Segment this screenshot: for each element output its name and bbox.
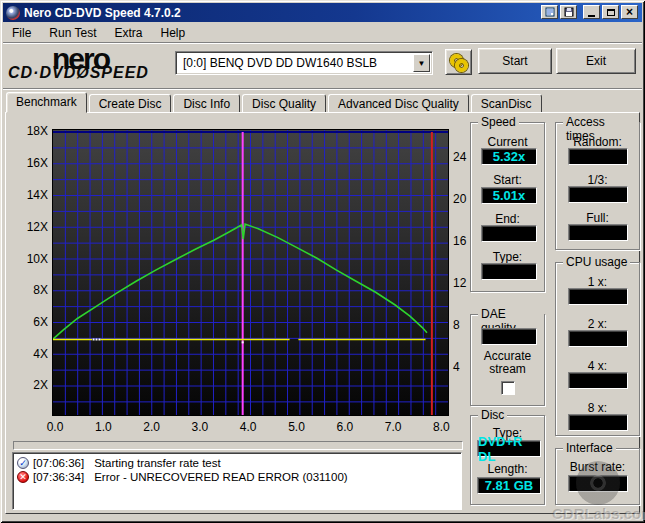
access-full-label: Full: xyxy=(556,211,639,225)
y-axis-label: 18X xyxy=(18,124,48,138)
access-random-label: Random: xyxy=(556,135,639,149)
menu-bar: File Run Test Extra Help xyxy=(3,23,642,42)
speed-type-label: Type: xyxy=(471,250,544,264)
app-window: Nero CD-DVD Speed 4.7.0.2 × File Run Tes… xyxy=(0,0,645,523)
disc-hand-icon xyxy=(455,59,468,72)
speed-start-value: 5.01x xyxy=(481,187,537,204)
exit-button[interactable]: Exit xyxy=(556,48,636,74)
y-axis-label: 2X xyxy=(18,378,48,392)
watermark-text: CDRLabs.com xyxy=(552,505,645,522)
disc-length-value: 7.81 GB xyxy=(477,477,541,494)
speed-type-value xyxy=(481,263,537,280)
cpu-8x-label: 8 x: xyxy=(556,401,639,415)
access-random-value xyxy=(568,148,628,165)
maximize-button[interactable] xyxy=(602,5,619,19)
tab-create-disc[interactable]: Create Disc xyxy=(89,94,172,113)
x-axis-label: 3.0 xyxy=(185,420,215,434)
y-axis-label: 8X xyxy=(18,283,48,297)
y-axis-label: 14X xyxy=(18,188,48,202)
window-title: Nero CD-DVD Speed 4.7.0.2 xyxy=(24,6,181,20)
tab-benchmark[interactable]: Benchmark xyxy=(6,92,87,113)
save-icon xyxy=(564,7,574,17)
report-icon xyxy=(545,7,555,17)
x-axis-label: 1.0 xyxy=(88,420,118,434)
y-axis-label: 12X xyxy=(18,220,48,234)
title-bar[interactable]: Nero CD-DVD Speed 4.7.0.2 × xyxy=(3,3,642,22)
cpu-usage-panel: CPU usage 1 x: 2 x: 4 x: 8 x: xyxy=(555,262,640,436)
y-axis-label: 16X xyxy=(18,156,48,170)
drive-select[interactable]: [0:0] BENQ DVD DD DW1640 BSLB ▼ xyxy=(175,51,433,75)
minimize-icon xyxy=(588,15,595,17)
disc-type-value: DVD+R DL xyxy=(477,440,541,457)
close-button[interactable]: × xyxy=(621,5,638,19)
x-axis-label: 5.0 xyxy=(282,420,312,434)
disc-length-label: Length: xyxy=(471,462,544,476)
menu-help[interactable]: Help xyxy=(152,24,195,42)
menu-extra[interactable]: Extra xyxy=(105,24,151,42)
tab-disc-quality[interactable]: Disc Quality xyxy=(242,94,326,113)
cpu-1x-value xyxy=(568,288,628,305)
cpu-4x-label: 4 x: xyxy=(556,359,639,373)
tab-scandisc[interactable]: ScanDisc xyxy=(471,94,542,113)
access-times-panel: Access times Random: 1/3: Full: xyxy=(555,122,640,250)
read-speed-curve xyxy=(53,224,427,339)
x-axis-label: 7.0 xyxy=(378,420,408,434)
report-button[interactable] xyxy=(541,5,558,19)
log-entry: ✓ [07:06:36] Starting transfer rate test xyxy=(15,456,459,470)
access-third-label: 1/3: xyxy=(556,173,639,187)
interface-panel-title: Interface xyxy=(563,441,616,455)
speed-end-value xyxy=(481,225,537,242)
cpu-usage-title: CPU usage xyxy=(563,255,630,269)
tab-advanced-disc-quality[interactable]: Advanced Disc Quality xyxy=(328,94,469,113)
cpu-1x-label: 1 x: xyxy=(556,275,639,289)
accurate-stream-checkbox[interactable] xyxy=(501,381,515,395)
info-icon: ✓ xyxy=(17,457,29,469)
access-full-value xyxy=(568,224,628,241)
disc-panel-title: Disc xyxy=(478,408,507,422)
benchmark-chart xyxy=(52,129,449,416)
tab-disc-info[interactable]: Disc Info xyxy=(173,94,240,113)
x-axis-label: 4.0 xyxy=(233,420,263,434)
cpu-8x-value xyxy=(568,414,628,431)
chevron-down-icon[interactable]: ▼ xyxy=(413,54,430,72)
divider xyxy=(3,88,642,90)
app-icon xyxy=(6,6,20,20)
menu-file[interactable]: File xyxy=(3,24,40,42)
drive-select-value: [0:0] BENQ DVD DD DW1640 BSLB xyxy=(183,56,377,70)
minimize-button[interactable] xyxy=(583,5,600,19)
log-entry: ✕ [07:36:34] Error - UNRECOVERED READ ER… xyxy=(15,470,459,484)
start-button[interactable]: Start xyxy=(478,48,552,74)
error-icon: ✕ xyxy=(17,471,29,483)
save-button[interactable] xyxy=(560,5,577,19)
accurate-stream-label: Accurate stream xyxy=(471,350,544,376)
close-icon: × xyxy=(626,7,633,17)
disc-panel: Disc Type: DVD+R DL Length: 7.81 GB xyxy=(470,415,545,505)
cpu-4x-value xyxy=(568,372,628,389)
dae-quality-panel: DAE quality Accurate stream xyxy=(470,314,545,406)
cpu-2x-value xyxy=(568,330,628,347)
watermark-disc xyxy=(576,461,620,505)
tab-strip: Benchmark Create Disc Disc Info Disc Qua… xyxy=(6,92,544,113)
x-axis-label: 6.0 xyxy=(330,420,360,434)
eject-tray-button[interactable] xyxy=(445,49,472,75)
nero-logo-subtitle: CD·DVDØSPEED xyxy=(8,64,149,82)
menu-run-test[interactable]: Run Test xyxy=(40,24,105,42)
access-third-value xyxy=(568,186,628,203)
x-axis-label: 0.0 xyxy=(40,420,70,434)
y-axis-label: 6X xyxy=(18,315,48,329)
dae-quality-value xyxy=(481,328,537,345)
speed-panel-title: Speed xyxy=(478,115,519,129)
cpu-2x-label: 2 x: xyxy=(556,317,639,331)
speed-current-value: 5.32x xyxy=(481,148,537,165)
progress-bar xyxy=(13,441,463,450)
maximize-icon xyxy=(607,9,615,16)
speed-panel: Speed Current 5.32x Start: 5.01x End: Ty… xyxy=(470,122,545,292)
log-list[interactable]: ✓ [07:06:36] Starting transfer rate test… xyxy=(12,452,462,510)
y-axis-label: 10X xyxy=(18,252,48,266)
speed-end-label: End: xyxy=(471,212,544,226)
speed-start-label: Start: xyxy=(471,173,544,187)
x-axis-label: 2.0 xyxy=(137,420,167,434)
speed-current-label: Current xyxy=(471,135,544,149)
y-axis-label: 4X xyxy=(18,347,48,361)
x-axis-label: 8.0 xyxy=(426,420,456,434)
